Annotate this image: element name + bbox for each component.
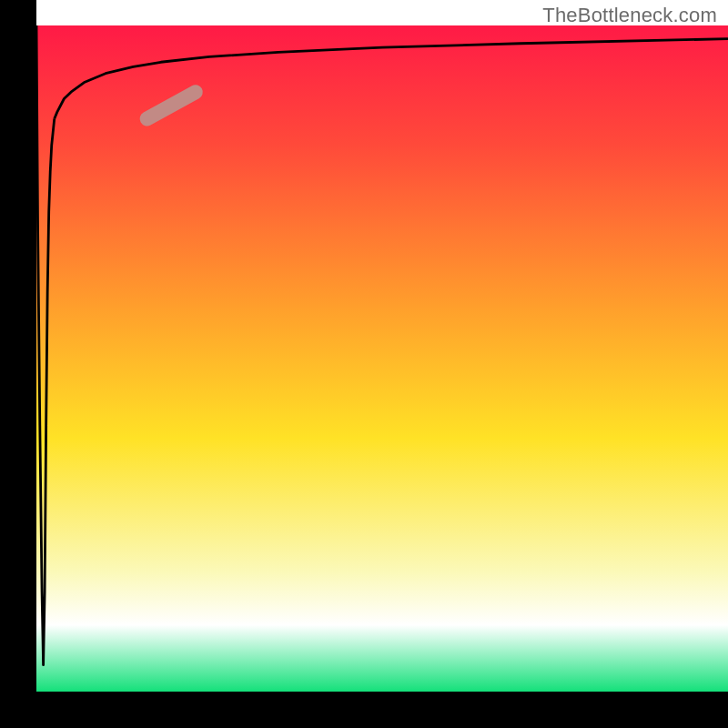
watermark-text: TheBottleneck.com	[542, 4, 717, 27]
plot-background	[36, 25, 728, 692]
axis-bottom-frame	[0, 692, 728, 728]
axis-left-frame	[0, 0, 36, 728]
chart-plot	[0, 0, 728, 728]
chart-container: TheBottleneck.com	[0, 0, 728, 728]
